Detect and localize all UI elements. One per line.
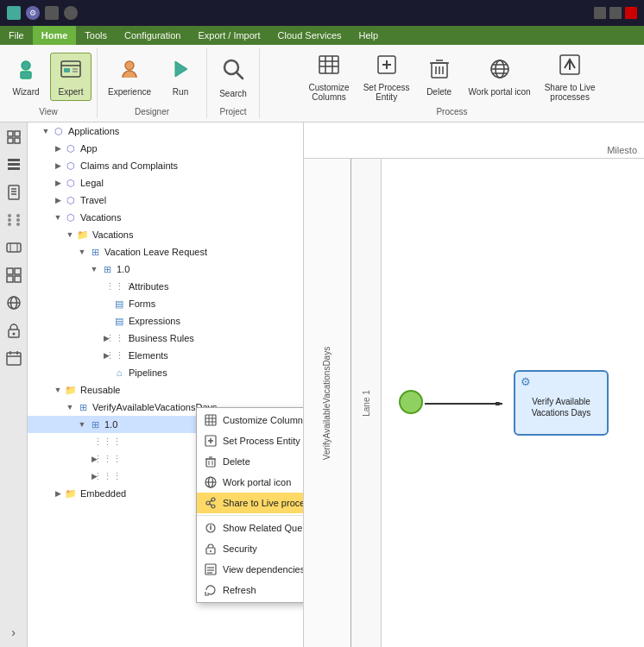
ctx-customize-columns-label: Customize Columns xyxy=(223,415,304,425)
lane-inner-label: Lane 1 xyxy=(351,159,382,647)
svg-rect-33 xyxy=(15,131,20,136)
tree-node-vlr-10[interactable]: ▼ ⊞ 1.0 xyxy=(28,261,303,278)
ribbon-section-project: Search Project xyxy=(207,48,260,118)
ctx-security[interactable]: Security xyxy=(197,538,304,559)
ctx-show-related-icon xyxy=(204,521,218,535)
icon-vlr: ⊞ xyxy=(88,245,102,259)
svg-point-45 xyxy=(8,218,11,222)
tree-node-vlr[interactable]: ▼ ⊞ Vacation Leave Request xyxy=(28,243,303,261)
title-bar: ⚙ xyxy=(0,0,644,26)
ctx-work-portal-icon[interactable]: Work portal icon xyxy=(197,472,304,493)
label-vlr: Vacation Leave Request xyxy=(104,247,207,257)
expander-verify-avail: ▼ xyxy=(64,403,76,411)
ctx-refresh[interactable]: Refresh xyxy=(197,580,304,600)
tool-connector[interactable] xyxy=(3,209,25,231)
svg-line-85 xyxy=(210,504,212,506)
menu-file[interactable]: File xyxy=(0,26,33,45)
ctx-share-to-live[interactable]: Share to Live processes xyxy=(197,493,304,513)
maximize-btn[interactable] xyxy=(609,7,622,19)
menu-configuration[interactable]: Configuration xyxy=(116,26,189,45)
icon-attributes: ⋮⋮⋮ xyxy=(112,280,126,293)
work-portal-icon-ribbon-button[interactable]: Work portal icon xyxy=(464,53,536,100)
ctx-delete[interactable]: Delete xyxy=(197,451,304,472)
svg-point-60 xyxy=(12,333,15,336)
svg-rect-1 xyxy=(21,72,31,79)
tree-node-applications[interactable]: ▼ ⬡ Applications xyxy=(28,122,303,140)
ctx-show-related[interactable]: Show Related Queries xyxy=(197,518,304,538)
process-arrow xyxy=(425,402,511,405)
icon-embedded: 📁 xyxy=(64,487,78,500)
tree-node-expressions[interactable]: ▤ Expressions xyxy=(28,312,303,330)
tool-page[interactable] xyxy=(3,181,25,204)
tree-node-app[interactable]: ▶ ⬡ App xyxy=(28,140,303,157)
label-claims: Claims and Complaints xyxy=(80,160,178,171)
share-to-live-ribbon-button[interactable]: Share to Liveprocesses xyxy=(540,49,601,105)
minimize-btn[interactable] xyxy=(594,7,606,19)
expander-travel: ▶ xyxy=(52,196,64,204)
tree-node-pipelines[interactable]: ⌂ Pipelines xyxy=(28,364,303,381)
search-button[interactable]: Search xyxy=(212,52,254,102)
wizard-button[interactable]: Wizard xyxy=(5,53,47,100)
tool-lock[interactable] xyxy=(3,319,25,342)
process-task-node[interactable]: ⚙ Verify Available Vacations Days xyxy=(514,370,609,436)
tool-select[interactable] xyxy=(3,126,25,148)
milestone-header: Milesto xyxy=(304,141,644,159)
tree-node-vacations-folder[interactable]: ▼ 📁 Vacations xyxy=(28,226,303,243)
tree-node-legal[interactable]: ▶ ⬡ Legal xyxy=(28,174,303,192)
expert-button[interactable]: Expert xyxy=(50,53,92,101)
tool-grid[interactable] xyxy=(3,264,25,286)
menu-tools[interactable]: Tools xyxy=(76,26,116,45)
process-start-node[interactable] xyxy=(399,390,423,414)
svg-rect-32 xyxy=(8,131,13,136)
close-btn[interactable] xyxy=(625,7,637,19)
tree-node-forms[interactable]: ▤ Forms xyxy=(28,295,303,312)
expander-vacations-folder: ▼ xyxy=(64,230,76,239)
wizard-label: Wizard xyxy=(12,87,39,97)
ctx-view-deps[interactable]: View dependencies xyxy=(197,559,304,580)
experience-button[interactable]: Experience xyxy=(103,53,156,100)
svg-rect-53 xyxy=(15,268,21,274)
task-gear-icon: ⚙ xyxy=(521,375,531,388)
tree-node-reusable[interactable]: ▼ 📁 Reusable xyxy=(28,381,303,399)
menu-cloud-services[interactable]: Cloud Services xyxy=(269,26,350,45)
customize-columns-ribbon-button[interactable]: CustomizeColumns xyxy=(303,49,354,105)
run-button[interactable]: Run xyxy=(160,53,201,100)
menu-home[interactable]: Home xyxy=(33,26,77,45)
ctx-view-deps-icon xyxy=(204,562,218,576)
tree-node-elements[interactable]: ▶ ⋮⋮⋮ Elements xyxy=(28,347,303,364)
expander-verify-10: ▼ xyxy=(76,420,88,429)
menu-bar: File Home Tools Configuration Export / I… xyxy=(0,26,644,45)
ctx-customize-columns-icon xyxy=(204,413,218,427)
tool-arrow[interactable] xyxy=(3,154,25,176)
tool-calendar[interactable] xyxy=(3,347,25,369)
search-icon xyxy=(219,55,247,86)
icon-verify-10: ⊞ xyxy=(88,418,102,431)
icon-sub2: ⋮⋮⋮ xyxy=(100,452,114,466)
ctx-customize-columns[interactable]: Customize Columns xyxy=(197,410,304,430)
tool-globe[interactable] xyxy=(3,292,25,314)
delete-ribbon-button[interactable]: Delete xyxy=(419,53,460,100)
tree-node-claims[interactable]: ▶ ⬡ Claims and Complaints xyxy=(28,157,303,174)
ctx-delete-label: Delete xyxy=(223,456,250,467)
tool-collapse[interactable]: › xyxy=(3,621,25,644)
icon-vacations: ⬡ xyxy=(64,210,78,224)
ctx-work-portal-icon-label: Work portal icon xyxy=(223,477,291,487)
experience-icon xyxy=(117,57,142,85)
menu-export-import[interactable]: Export / Import xyxy=(189,26,268,45)
expander-vlr-10: ▼ xyxy=(88,265,100,273)
tool-shape[interactable] xyxy=(3,236,25,259)
menu-help[interactable]: Help xyxy=(350,26,388,45)
label-attributes: Attributes xyxy=(129,281,168,292)
set-process-entity-ribbon-button[interactable]: Set ProcessEntity xyxy=(358,49,415,105)
label-embedded: Embedded xyxy=(80,488,126,499)
icon-sub3: ⋮⋮⋮ xyxy=(100,469,114,483)
share-to-live-icon xyxy=(558,53,582,80)
ctx-set-process-entity[interactable]: Set Process Entity xyxy=(197,430,304,451)
icon-app: ⬡ xyxy=(64,141,78,155)
tree-node-travel[interactable]: ▶ ⬡ Travel xyxy=(28,192,303,209)
icon-travel: ⬡ xyxy=(64,193,78,207)
label-vacations: Vacations xyxy=(80,212,122,223)
tree-node-vacations[interactable]: ▼ ⬡ Vacations xyxy=(28,209,303,226)
tree-node-attributes[interactable]: ⋮⋮⋮ Attributes xyxy=(28,278,303,295)
tree-node-business-rules[interactable]: ▶ ⋮⋮⋮ Business Rules xyxy=(28,330,303,347)
